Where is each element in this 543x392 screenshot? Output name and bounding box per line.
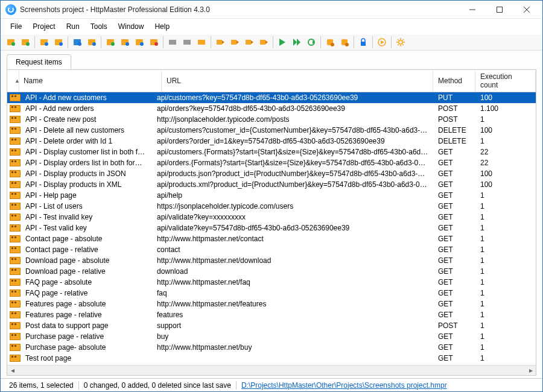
column-url[interactable]: URL [162, 70, 433, 92]
cell-method: GET [433, 180, 475, 189]
settings-button[interactable] [394, 36, 407, 49]
cell-url: support [152, 321, 433, 330]
grid-body[interactable]: API - Add new customersapi/customers?key… [7, 92, 536, 365]
table-row[interactable]: Purchase page - relativebuyGET1 [7, 331, 536, 342]
svg-point-7 [26, 42, 30, 46]
table-row[interactable]: Post data to support pagesupportPOST1 [7, 320, 536, 331]
request-icon [10, 355, 21, 362]
table-row[interactable]: API - Display customer list in both form… [7, 147, 536, 157]
menu-file[interactable]: File [5, 21, 27, 33]
menu-tools[interactable]: Tools [86, 21, 112, 33]
lock-button[interactable] [357, 36, 370, 49]
table-row[interactable]: API - Display orders list in both format… [7, 157, 536, 168]
run-selected-button[interactable] [228, 36, 241, 49]
save-request-button[interactable] [37, 36, 51, 49]
cell-name: API - Display orders list in both format… [21, 159, 152, 167]
cell-execution-count: 1 [475, 191, 536, 200]
cell-execution-count: 1.100 [475, 104, 536, 113]
play-continuous-button[interactable] [305, 36, 318, 49]
table-row[interactable]: Features page - absolutehttp://www.httpm… [7, 299, 536, 309]
cell-execution-count: 1 [475, 278, 536, 286]
table-row[interactable]: API - Display products in JSONapi/produc… [7, 168, 536, 179]
table-row[interactable]: API - Add new customersapi/customers?key… [7, 92, 536, 103]
stop-all-button[interactable] [338, 36, 351, 49]
menu-help[interactable]: Help [150, 21, 174, 33]
cell-url: http://www.httpmaster.net/faq [152, 278, 433, 286]
horizontal-scrollbar[interactable]: ◂ ▸ [7, 365, 536, 375]
cell-url: features [152, 311, 433, 319]
table-row[interactable]: Test root pageGET1 [7, 353, 536, 364]
new-request-button[interactable] [104, 36, 117, 49]
table-row[interactable]: API - Test invalid keyapi/validate?key=x… [7, 212, 536, 223]
maximize-button[interactable] [486, 1, 513, 18]
table-row[interactable]: Features page - relativefeaturesGET1 [7, 309, 536, 320]
cell-method: GET [433, 278, 475, 286]
close-button[interactable] [513, 1, 540, 18]
request-icon [10, 268, 21, 275]
play-button[interactable] [276, 36, 289, 49]
new-project-button[interactable] [4, 36, 17, 49]
table-row[interactable]: API - Add new ordersapi/orders?key=57547… [7, 103, 536, 114]
menu-run[interactable]: Run [62, 21, 84, 33]
cell-url: api/customers.{Formats}?start={Start}&si… [152, 148, 433, 156]
grid-header: ▲Name URL Method Execution count [7, 70, 536, 92]
column-method[interactable]: Method [433, 70, 475, 92]
table-row[interactable]: API - Display products in XMLapi/product… [7, 179, 536, 190]
table-row[interactable]: FAQ page - absolutehttp://www.httpmaster… [7, 277, 536, 288]
cell-name: Download page - absolute [21, 256, 152, 265]
table-row[interactable]: API - Delete all new customersapi/custom… [7, 125, 536, 136]
export-button[interactable] [85, 36, 98, 49]
scroll-left-icon[interactable]: ◂ [7, 365, 17, 376]
table-row[interactable]: API - Help pageapi/helpGET1 [7, 190, 536, 201]
table-row[interactable]: API - Create new posthttp://jsonplacehol… [7, 114, 536, 125]
svg-rect-27 [217, 40, 222, 45]
scroll-right-icon[interactable]: ▸ [526, 365, 536, 376]
edit-request-button[interactable] [118, 36, 132, 49]
column-name[interactable]: ▲Name [19, 70, 162, 92]
status-project-path[interactable]: D:\Projects\HttpMaster\Other\Projects\Sc… [237, 381, 452, 390]
menu-window[interactable]: Window [113, 21, 149, 33]
cell-name: API - List of users [21, 202, 152, 210]
table-row[interactable]: API - Delete order with Id 1api/orders?o… [7, 136, 536, 147]
table-row[interactable]: API - List of usershttps://jsonplacehold… [7, 201, 536, 212]
cell-method: GET [433, 148, 475, 156]
validate-group-button[interactable] [195, 36, 208, 49]
svg-point-15 [92, 42, 96, 46]
table-row[interactable]: Download page - relativedownloadGET1 [7, 266, 536, 277]
column-execution-count[interactable]: Execution count [475, 70, 536, 92]
validate-all-button[interactable] [180, 36, 194, 49]
cell-url: api/orders.{Formats}?start={Start}&size=… [152, 159, 433, 167]
minimize-button[interactable] [459, 1, 486, 18]
menu-project[interactable]: Project [28, 21, 60, 33]
run-next-button[interactable] [243, 36, 256, 49]
table-row[interactable]: API - Test valid keyapi/validate?key=575… [7, 223, 536, 233]
run-single-button[interactable] [214, 36, 227, 49]
cell-execution-count: 1 [475, 235, 536, 243]
table-row[interactable]: Purchase page- absolutehttp://www.httpma… [7, 342, 536, 353]
tab-request-items[interactable]: Request items [7, 54, 71, 69]
svg-rect-29 [246, 40, 251, 45]
play-all-button[interactable] [290, 36, 303, 49]
cell-method: GET [433, 343, 475, 352]
execute-button[interactable] [375, 36, 389, 49]
save-all-button[interactable] [52, 36, 65, 49]
table-row[interactable]: Download page - absolutehttp://www.httpm… [7, 255, 536, 266]
validate-button[interactable] [166, 36, 179, 49]
table-row[interactable]: FAQ page - relativefaqGET1 [7, 288, 536, 299]
duplicate-request-button[interactable] [133, 36, 146, 49]
table-row[interactable]: Contact page - relativecontactGET1 [7, 244, 536, 255]
stop-button[interactable] [323, 36, 337, 49]
open-project-button[interactable] [19, 36, 32, 49]
svg-point-13 [78, 42, 81, 46]
cell-execution-count: 1 [475, 115, 536, 124]
import-button[interactable] [71, 36, 84, 49]
svg-point-21 [140, 42, 144, 46]
delete-request-button[interactable] [147, 36, 160, 49]
table-row[interactable]: Contact page - absolutehttp://www.httpma… [7, 233, 536, 244]
cell-execution-count: 1 [475, 224, 536, 232]
cell-method: POST [433, 104, 475, 113]
request-icon [10, 105, 21, 112]
cell-url: api/validate?key=57547d8b-df65-43b0-a6d3… [152, 224, 433, 232]
run-all-button[interactable] [257, 36, 270, 49]
svg-point-33 [331, 43, 334, 46]
